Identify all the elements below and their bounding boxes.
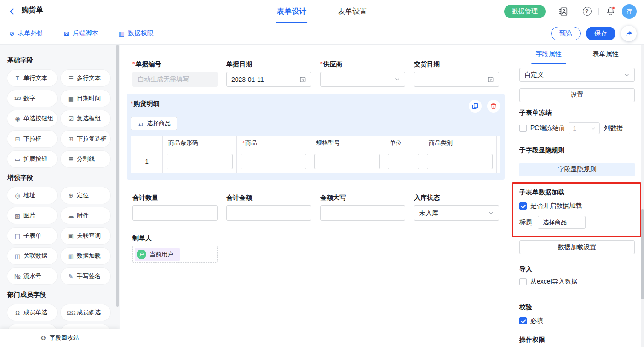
field-pill-multi-select[interactable]: ⊞下拉复选框 (61, 131, 110, 147)
person-icon: Ω (13, 309, 22, 316)
checkbox[interactable] (519, 278, 527, 285)
copy-subform-button[interactable] (469, 100, 482, 113)
field-pill-member-single[interactable]: Ω成员单选 (7, 304, 57, 321)
field-pill-radio-group[interactable]: ◉单选按钮组 (7, 110, 57, 127)
select-product-button[interactable]: 选择商品 (131, 117, 177, 130)
tab-form-properties[interactable]: 表单属性 (593, 45, 619, 64)
freeze-count-select[interactable]: 1 (569, 122, 600, 134)
field-amount-words[interactable]: 金额大写 (320, 194, 405, 221)
section-subform-freeze: 子表单冻结 (519, 109, 635, 117)
share-button[interactable] (621, 26, 637, 41)
back-icon[interactable] (7, 7, 17, 16)
doc-number-input[interactable]: 自动生成无需填写 (132, 72, 218, 87)
field-pill-location[interactable]: ⊕定位 (61, 187, 110, 204)
tab-form-design[interactable]: 表单设计 (276, 0, 307, 23)
checkbox-icon: ☑ (67, 115, 75, 122)
preview-button[interactable]: 预览 (551, 27, 581, 40)
field-pill-select[interactable]: ⊟下拉框 (7, 131, 57, 147)
field-pill-number[interactable]: 123数字 (7, 90, 57, 107)
storage-status-select[interactable]: 未入库 (414, 205, 499, 221)
sidebar-scrollbar[interactable] (116, 45, 119, 307)
chevron-down-icon (624, 72, 630, 78)
supplier-select[interactable] (320, 72, 405, 87)
checkbox[interactable] (519, 125, 527, 132)
field-pill-related-query[interactable]: ▣关联查询 (61, 228, 110, 244)
field-pill-related-data[interactable]: ◫关联数据 (7, 248, 57, 264)
checkbox-enable-data-load[interactable]: 是否开启数据加载 (519, 202, 635, 210)
data-permission-link[interactable]: ▥ 数据权限 (118, 29, 153, 38)
data-manage-button[interactable]: 数据管理 (504, 5, 546, 18)
checkbox-pc-freeze[interactable]: PC端冻结前 1 列数据 (519, 122, 635, 134)
divider-icon: 〓 (67, 155, 75, 163)
unit-input[interactable] (388, 154, 419, 169)
checkbox-required[interactable]: 必填 (519, 317, 635, 325)
attachment-cloud-icon: ☁ (67, 212, 75, 219)
field-pill-multi-line-text[interactable]: ☰多行文本 (61, 70, 110, 86)
custom-type-select[interactable]: 自定义 (519, 68, 635, 82)
barcode-input[interactable] (167, 154, 233, 169)
field-pill-image[interactable]: ▨图片 (7, 207, 57, 224)
section-validation: 校验 (519, 303, 635, 312)
window-scrollbar-track[interactable] (641, 45, 644, 347)
load-title-input[interactable] (538, 216, 586, 229)
field-pill-checkbox-group[interactable]: ☑复选框组 (61, 110, 110, 127)
checkbox[interactable] (519, 317, 527, 324)
chevron-down-icon (394, 76, 400, 82)
field-storage-status[interactable]: 入库状态 未入库 (414, 194, 499, 221)
total-amount-input[interactable] (226, 205, 311, 221)
field-delivery-date[interactable]: 交货日期 (414, 60, 499, 87)
amount-words-input[interactable] (320, 205, 405, 221)
field-pill-attachment[interactable]: ☁附件 (61, 207, 110, 224)
tab-form-settings[interactable]: 表单设置 (337, 0, 368, 23)
tab-field-properties[interactable]: 字段属性 (536, 45, 562, 64)
field-total-quantity[interactable]: 合计数量 (132, 194, 218, 221)
field-pill-data-load[interactable]: ▥数据加载 (61, 248, 110, 264)
help-icon[interactable]: ? (581, 6, 592, 17)
script-icon: ⊠ (64, 30, 69, 37)
field-pill-single-line-text[interactable]: T单行文本 (7, 70, 57, 86)
notification-bell-icon[interactable] (605, 6, 616, 17)
category-input[interactable] (427, 154, 493, 169)
related-data-icon: ◫ (13, 253, 22, 260)
field-doc-date[interactable]: 单据日期 2023-01-11 (226, 60, 311, 87)
link-icon: ⊘ (9, 30, 15, 37)
field-total-amount[interactable]: 合计金额 (226, 194, 311, 221)
field-doc-number[interactable]: *单据编号 自动生成无需填写 (132, 60, 218, 87)
page-title[interactable]: 购货单 (21, 6, 43, 17)
checkbox-excel-import[interactable]: 从excel导入数据 (519, 278, 635, 286)
form-external-link[interactable]: ⊘ 表单外链 (9, 29, 44, 38)
button-data-load-settings[interactable]: 数据加载设置 (519, 240, 635, 254)
button-field-visibility-rules[interactable]: 字段显隐规则 (519, 163, 635, 176)
creator-box[interactable]: 户 当前用户 (132, 246, 218, 263)
delete-subform-button[interactable] (487, 100, 500, 113)
bar-chart-icon (137, 120, 144, 127)
settings-button[interactable]: 设置 (519, 88, 635, 102)
delivery-date-input[interactable] (414, 72, 499, 87)
doc-date-input[interactable]: 2023-01-11 (226, 72, 311, 87)
field-supplier[interactable]: *供应商 (320, 60, 405, 87)
field-pill-datetime[interactable]: ▦日期时间 (61, 90, 110, 107)
user-avatar: 户 (137, 250, 146, 259)
field-recycle-bin[interactable]: ♻ 字段回收站 (0, 329, 120, 347)
checkbox[interactable] (519, 202, 527, 210)
field-pill-serial-number[interactable]: №流水号 (7, 268, 57, 284)
total-quantity-input[interactable] (132, 205, 218, 221)
product-input[interactable] (241, 154, 306, 169)
backend-script-link[interactable]: ⊠ 后端脚本 (64, 29, 98, 38)
window-scrollbar-thumb[interactable] (641, 209, 644, 299)
field-pill-subform[interactable]: ▤子表单 (7, 228, 57, 244)
subform-purchase-detail[interactable]: *购货明细 选择商品 (127, 94, 505, 180)
field-pill-divider[interactable]: 〓分割线 (61, 151, 110, 167)
image-icon: ▨ (13, 212, 22, 219)
field-pill-signature[interactable]: ✎手写签名 (61, 268, 110, 284)
field-creator[interactable]: 制单人 户 当前用户 (132, 234, 218, 263)
save-button[interactable]: 保存 (586, 27, 615, 40)
table-row: 1 (131, 150, 500, 173)
avatar[interactable]: 存 (622, 4, 637, 19)
field-pill-extend-button[interactable]: ▭扩展按钮 (7, 151, 57, 167)
subform-icon: ▤ (13, 233, 22, 239)
field-pill-address[interactable]: ◎地址 (7, 187, 57, 204)
contact-book-icon[interactable] (558, 6, 569, 17)
field-pill-member-multi[interactable]: ΩΩ成员多选 (61, 304, 110, 321)
spec-input[interactable] (314, 154, 380, 169)
